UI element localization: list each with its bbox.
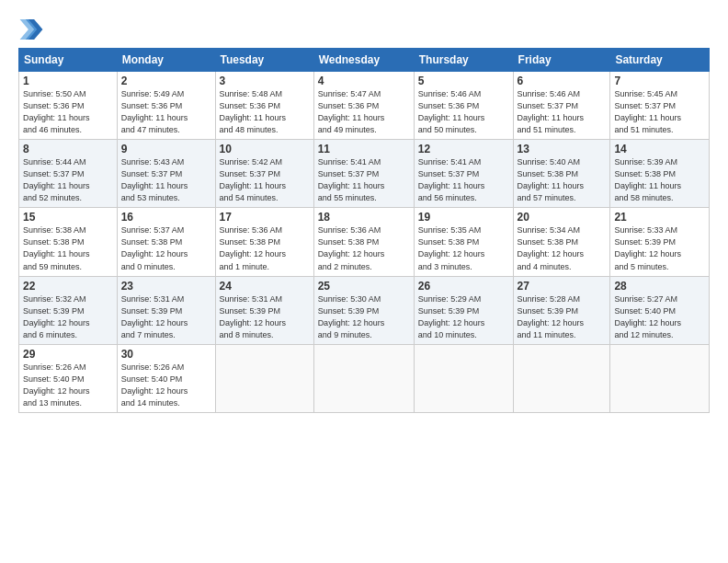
- day-info: Sunrise: 5:46 AM Sunset: 5:37 PM Dayligh…: [518, 88, 607, 136]
- calendar-cell: 17Sunrise: 5:36 AM Sunset: 5:38 PM Dayli…: [215, 208, 313, 276]
- day-info: Sunrise: 5:38 AM Sunset: 5:38 PM Dayligh…: [23, 224, 113, 272]
- day-info: Sunrise: 5:49 AM Sunset: 5:36 PM Dayligh…: [121, 88, 211, 136]
- day-info: Sunrise: 5:37 AM Sunset: 5:38 PM Dayligh…: [121, 224, 211, 272]
- calendar-cell: 27Sunrise: 5:28 AM Sunset: 5:39 PM Dayli…: [513, 276, 610, 344]
- day-number: 19: [418, 211, 509, 224]
- day-info: Sunrise: 5:26 AM Sunset: 5:40 PM Dayligh…: [23, 362, 113, 409]
- calendar-cell: 5Sunrise: 5:46 AM Sunset: 5:36 PM Daylig…: [414, 72, 513, 140]
- day-number: 13: [518, 143, 607, 155]
- day-number: 22: [23, 280, 113, 293]
- header: [18, 17, 710, 42]
- day-number: 28: [614, 280, 705, 293]
- calendar-cell: 28Sunrise: 5:27 AM Sunset: 5:40 PM Dayli…: [610, 276, 710, 344]
- day-info: Sunrise: 5:34 AM Sunset: 5:38 PM Dayligh…: [518, 224, 607, 272]
- week-row-5: 29Sunrise: 5:26 AM Sunset: 5:40 PM Dayli…: [19, 344, 710, 412]
- calendar-cell: 30Sunrise: 5:26 AM Sunset: 5:40 PM Dayli…: [117, 344, 215, 412]
- calendar-cell: 25Sunrise: 5:30 AM Sunset: 5:39 PM Dayli…: [313, 276, 414, 344]
- calendar-cell: [215, 344, 313, 412]
- day-info: Sunrise: 5:40 AM Sunset: 5:38 PM Dayligh…: [518, 156, 607, 204]
- logo: [18, 17, 48, 42]
- day-info: Sunrise: 5:31 AM Sunset: 5:39 PM Dayligh…: [121, 293, 211, 341]
- calendar-cell: 16Sunrise: 5:37 AM Sunset: 5:38 PM Dayli…: [117, 208, 215, 276]
- day-info: Sunrise: 5:35 AM Sunset: 5:38 PM Dayligh…: [418, 224, 509, 272]
- day-number: 15: [23, 211, 113, 224]
- day-info: Sunrise: 5:43 AM Sunset: 5:37 PM Dayligh…: [121, 156, 211, 204]
- calendar-cell: 11Sunrise: 5:41 AM Sunset: 5:37 PM Dayli…: [313, 140, 414, 208]
- day-number: 23: [121, 280, 211, 293]
- day-info: Sunrise: 5:26 AM Sunset: 5:40 PM Dayligh…: [121, 362, 211, 409]
- col-header-sunday: Sunday: [19, 49, 118, 72]
- day-number: 2: [121, 75, 211, 87]
- header-row: SundayMondayTuesdayWednesdayThursdayFrid…: [19, 49, 710, 72]
- calendar-cell: 14Sunrise: 5:39 AM Sunset: 5:38 PM Dayli…: [610, 140, 710, 208]
- calendar-cell: 2Sunrise: 5:49 AM Sunset: 5:36 PM Daylig…: [117, 72, 215, 140]
- day-info: Sunrise: 5:30 AM Sunset: 5:39 PM Dayligh…: [318, 293, 410, 341]
- day-info: Sunrise: 5:27 AM Sunset: 5:40 PM Dayligh…: [614, 293, 705, 341]
- day-info: Sunrise: 5:29 AM Sunset: 5:39 PM Dayligh…: [418, 293, 509, 341]
- calendar-cell: [610, 344, 710, 412]
- day-number: 1: [23, 75, 113, 87]
- calendar-cell: 10Sunrise: 5:42 AM Sunset: 5:37 PM Dayli…: [215, 140, 313, 208]
- day-number: 30: [121, 348, 211, 361]
- calendar: SundayMondayTuesdayWednesdayThursdayFrid…: [18, 48, 710, 413]
- week-row-1: 1Sunrise: 5:50 AM Sunset: 5:36 PM Daylig…: [19, 72, 710, 140]
- day-number: 26: [418, 280, 509, 293]
- calendar-cell: [513, 344, 610, 412]
- day-info: Sunrise: 5:42 AM Sunset: 5:37 PM Dayligh…: [220, 156, 310, 204]
- week-row-2: 8Sunrise: 5:44 AM Sunset: 5:37 PM Daylig…: [19, 140, 710, 208]
- col-header-wednesday: Wednesday: [313, 49, 414, 72]
- week-row-3: 15Sunrise: 5:38 AM Sunset: 5:38 PM Dayli…: [19, 208, 710, 276]
- calendar-cell: 12Sunrise: 5:41 AM Sunset: 5:37 PM Dayli…: [414, 140, 513, 208]
- calendar-cell: 7Sunrise: 5:45 AM Sunset: 5:37 PM Daylig…: [610, 72, 710, 140]
- day-number: 20: [518, 211, 607, 224]
- col-header-friday: Friday: [513, 49, 610, 72]
- day-number: 17: [220, 211, 310, 224]
- day-number: 14: [614, 143, 705, 155]
- day-number: 3: [220, 75, 310, 87]
- calendar-cell: 22Sunrise: 5:32 AM Sunset: 5:39 PM Dayli…: [19, 276, 118, 344]
- calendar-cell: 9Sunrise: 5:43 AM Sunset: 5:37 PM Daylig…: [117, 140, 215, 208]
- col-header-tuesday: Tuesday: [215, 49, 313, 72]
- day-number: 27: [518, 280, 607, 293]
- day-info: Sunrise: 5:46 AM Sunset: 5:36 PM Dayligh…: [418, 88, 509, 136]
- day-number: 7: [614, 75, 705, 87]
- page: SundayMondayTuesdayWednesdayThursdayFrid…: [0, 0, 728, 563]
- day-number: 5: [418, 75, 509, 87]
- calendar-cell: 24Sunrise: 5:31 AM Sunset: 5:39 PM Dayli…: [215, 276, 313, 344]
- day-info: Sunrise: 5:45 AM Sunset: 5:37 PM Dayligh…: [614, 88, 705, 136]
- calendar-cell: 29Sunrise: 5:26 AM Sunset: 5:40 PM Dayli…: [19, 344, 118, 412]
- day-number: 9: [121, 143, 211, 155]
- day-info: Sunrise: 5:41 AM Sunset: 5:37 PM Dayligh…: [318, 156, 410, 204]
- calendar-cell: [414, 344, 513, 412]
- week-row-4: 22Sunrise: 5:32 AM Sunset: 5:39 PM Dayli…: [19, 276, 710, 344]
- day-info: Sunrise: 5:32 AM Sunset: 5:39 PM Dayligh…: [23, 293, 113, 341]
- day-info: Sunrise: 5:36 AM Sunset: 5:38 PM Dayligh…: [318, 224, 410, 272]
- calendar-cell: 26Sunrise: 5:29 AM Sunset: 5:39 PM Dayli…: [414, 276, 513, 344]
- day-number: 4: [318, 75, 410, 87]
- day-number: 11: [318, 143, 410, 155]
- day-info: Sunrise: 5:28 AM Sunset: 5:39 PM Dayligh…: [518, 293, 607, 341]
- day-info: Sunrise: 5:50 AM Sunset: 5:36 PM Dayligh…: [23, 88, 113, 136]
- day-number: 6: [518, 75, 607, 87]
- calendar-cell: 18Sunrise: 5:36 AM Sunset: 5:38 PM Dayli…: [313, 208, 414, 276]
- day-info: Sunrise: 5:47 AM Sunset: 5:36 PM Dayligh…: [318, 88, 410, 136]
- day-info: Sunrise: 5:44 AM Sunset: 5:37 PM Dayligh…: [23, 156, 113, 204]
- calendar-cell: 23Sunrise: 5:31 AM Sunset: 5:39 PM Dayli…: [117, 276, 215, 344]
- day-info: Sunrise: 5:33 AM Sunset: 5:39 PM Dayligh…: [614, 224, 705, 272]
- day-number: 12: [418, 143, 509, 155]
- day-number: 21: [614, 211, 705, 224]
- day-number: 25: [318, 280, 410, 293]
- day-number: 10: [220, 143, 310, 155]
- col-header-monday: Monday: [117, 49, 215, 72]
- calendar-cell: 13Sunrise: 5:40 AM Sunset: 5:38 PM Dayli…: [513, 140, 610, 208]
- day-number: 8: [23, 143, 113, 155]
- col-header-saturday: Saturday: [610, 49, 710, 72]
- day-info: Sunrise: 5:36 AM Sunset: 5:38 PM Dayligh…: [220, 224, 310, 272]
- day-number: 16: [121, 211, 211, 224]
- calendar-cell: 21Sunrise: 5:33 AM Sunset: 5:39 PM Dayli…: [610, 208, 710, 276]
- day-info: Sunrise: 5:48 AM Sunset: 5:36 PM Dayligh…: [220, 88, 310, 136]
- col-header-thursday: Thursday: [414, 49, 513, 72]
- calendar-cell: 20Sunrise: 5:34 AM Sunset: 5:38 PM Dayli…: [513, 208, 610, 276]
- day-number: 24: [220, 280, 310, 293]
- calendar-cell: 6Sunrise: 5:46 AM Sunset: 5:37 PM Daylig…: [513, 72, 610, 140]
